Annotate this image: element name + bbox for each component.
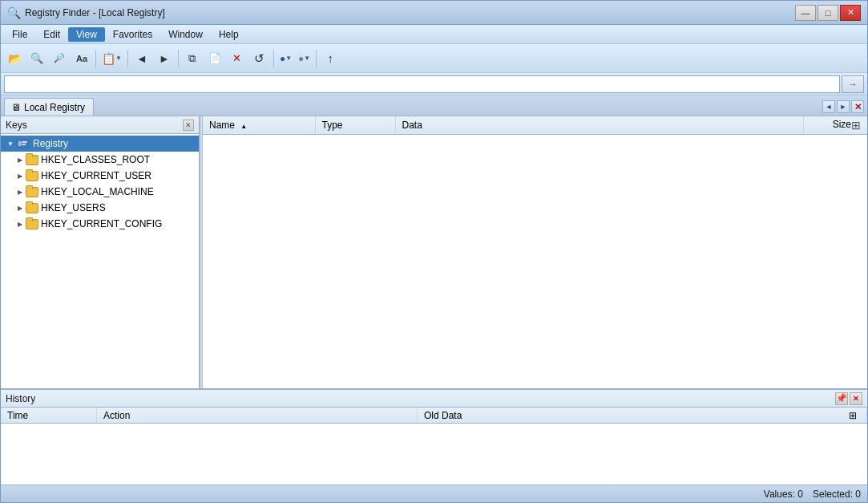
toolbar-copy-button[interactable]: ⧉ bbox=[182, 48, 203, 69]
history-header: History 📌 ✕ bbox=[1, 390, 867, 408]
toolbar-sep3 bbox=[178, 50, 179, 67]
keys-close-button[interactable]: ✕ bbox=[183, 120, 194, 131]
menu-favorites[interactable]: Favorites bbox=[105, 27, 160, 42]
tab-next-button[interactable]: ► bbox=[837, 100, 850, 113]
window-title: Registry Finder - [Local Registry] bbox=[25, 7, 165, 18]
close-button[interactable]: ✕ bbox=[840, 5, 861, 21]
hkcc-folder-icon bbox=[25, 218, 38, 229]
hkcr-label: HKEY_CLASSES_ROOT bbox=[41, 154, 150, 165]
tree-hkey-classes-root[interactable]: ▶ HKEY_CLASSES_ROOT bbox=[1, 152, 199, 168]
values-panel: Name ▲ Type Data Size bbox=[203, 116, 867, 388]
col-header-type[interactable]: Type bbox=[315, 116, 395, 135]
keys-header-label: Keys bbox=[6, 120, 27, 131]
col-name-label: Name bbox=[209, 120, 235, 131]
toolbar-back-button[interactable]: ◄ bbox=[131, 48, 152, 69]
history-col-olddata-label: Old Data bbox=[424, 410, 462, 421]
hku-folder-icon bbox=[25, 202, 38, 213]
values-data-table: Name ▲ Type Data Size bbox=[203, 116, 867, 135]
toolbar-up-button[interactable]: ↑ bbox=[320, 48, 341, 69]
address-bar: → bbox=[1, 73, 867, 95]
history-close-button[interactable]: ✕ bbox=[850, 392, 862, 405]
svg-rect-2 bbox=[22, 141, 27, 143]
svg-rect-1 bbox=[18, 141, 21, 146]
toolbar-paste-dropdown[interactable]: 📋 ▼ bbox=[99, 48, 124, 69]
address-go-button[interactable]: → bbox=[842, 75, 864, 93]
tree-hkey-users[interactable]: ▶ HKEY_USERS bbox=[1, 200, 199, 216]
selected-count: Selected: 0 bbox=[813, 489, 861, 500]
toolbar-delete-button[interactable]: ✕ bbox=[227, 48, 248, 69]
prev-circle-icon: ● bbox=[280, 53, 285, 64]
col-header-size[interactable]: Size ⊞ bbox=[803, 116, 867, 135]
values-count: Values: 0 bbox=[764, 489, 803, 500]
toolbar-zoomin-button[interactable]: 🔍 bbox=[26, 48, 47, 69]
history-columns: Time Action Old Data ⊞ bbox=[1, 408, 867, 424]
history-header-label: History bbox=[6, 393, 35, 404]
paste-icon: 📋 bbox=[102, 52, 115, 65]
menu-file[interactable]: File bbox=[4, 27, 35, 42]
menu-bar: File Edit View Favorites Window Help bbox=[1, 25, 867, 44]
toolbar-open-button[interactable]: 📂 bbox=[4, 48, 25, 69]
toolbar-paste-button[interactable]: 📄 bbox=[204, 48, 225, 69]
toolbar-forward-button[interactable]: ► bbox=[154, 48, 175, 69]
tab-icon: 🖥 bbox=[11, 102, 21, 113]
status-bar: Values: 0 Selected: 0 bbox=[1, 485, 867, 502]
title-bar: 🔍 Registry Finder - [Local Registry] — □… bbox=[1, 1, 867, 25]
prev-dropdown-arrow: ▼ bbox=[285, 55, 292, 62]
tab-prev-button[interactable]: ◄ bbox=[822, 100, 835, 113]
tab-close-button[interactable]: ✕ bbox=[851, 100, 864, 113]
hkcu-expander: ▶ bbox=[15, 171, 25, 181]
values-table: Name ▲ Type Data Size bbox=[203, 116, 867, 388]
tree-item-registry[interactable]: ▼ Registry bbox=[1, 136, 199, 152]
col-header-name[interactable]: Name ▲ bbox=[203, 116, 315, 135]
col-size-label: Size bbox=[833, 119, 851, 130]
menu-view[interactable]: View bbox=[68, 27, 105, 42]
toolbar: 📂 🔍 🔎 Aa 📋 ▼ ◄ ► ⧉ 📄 ✕ ↺ ● ▼ ● ▼ ↑ bbox=[1, 44, 867, 73]
menu-window[interactable]: Window bbox=[160, 27, 211, 42]
keys-panel: Keys ✕ ▼ bbox=[1, 116, 200, 388]
menu-edit[interactable]: Edit bbox=[35, 27, 68, 42]
columns-config-icon[interactable]: ⊞ bbox=[851, 119, 861, 132]
hklm-label: HKEY_LOCAL_MACHINE bbox=[41, 186, 154, 197]
col-name-sort-arrow: ▲ bbox=[240, 123, 247, 130]
title-bar-left: 🔍 Registry Finder - [Local Registry] bbox=[7, 6, 165, 19]
toolbar-next-dropdown[interactable]: ● ▼ bbox=[296, 48, 313, 69]
toolbar-prev-dropdown[interactable]: ● ▼ bbox=[277, 48, 294, 69]
hkcr-folder-icon bbox=[25, 154, 38, 165]
main-content: Keys ✕ ▼ bbox=[1, 116, 867, 485]
history-col-action: Action bbox=[97, 408, 418, 423]
window: 🔍 Registry Finder - [Local Registry] — □… bbox=[0, 0, 868, 503]
tab-nav: ◄ ► ✕ bbox=[822, 100, 864, 113]
history-col-olddata: Old Data ⊞ bbox=[418, 408, 867, 423]
toolbar-refresh-button[interactable]: ↺ bbox=[249, 48, 270, 69]
history-columns-config-icon[interactable]: ⊞ bbox=[849, 410, 857, 421]
col-type-label: Type bbox=[322, 120, 343, 131]
hklm-expander: ▶ bbox=[15, 187, 25, 197]
history-col-time: Time bbox=[1, 408, 97, 423]
history-header-buttons: 📌 ✕ bbox=[835, 392, 862, 405]
next-circle-icon: ● bbox=[298, 53, 304, 64]
toolbar-zoomout-button[interactable]: 🔎 bbox=[49, 48, 70, 69]
tree-hkey-current-user[interactable]: ▶ HKEY_CURRENT_USER bbox=[1, 168, 199, 184]
address-input[interactable] bbox=[4, 75, 840, 93]
hkcr-expander: ▶ bbox=[15, 155, 25, 164]
tab-label: Local Registry bbox=[24, 102, 85, 113]
col-data-label: Data bbox=[402, 120, 422, 131]
hklm-folder-icon bbox=[25, 186, 38, 197]
tree-hkey-local-machine[interactable]: ▶ HKEY_LOCAL_MACHINE bbox=[1, 184, 199, 200]
toolbar-font-button[interactable]: Aa bbox=[71, 48, 92, 69]
history-col-action-label: Action bbox=[103, 410, 130, 421]
maximize-button[interactable]: □ bbox=[818, 5, 838, 21]
menu-help[interactable]: Help bbox=[211, 27, 247, 42]
tree-hkey-current-config[interactable]: ▶ HKEY_CURRENT_CONFIG bbox=[1, 216, 199, 232]
registry-expander: ▼ bbox=[6, 139, 15, 148]
history-pin-button[interactable]: 📌 bbox=[835, 392, 848, 405]
minimize-button[interactable]: — bbox=[795, 5, 816, 21]
keys-tree: ▼ Registry bbox=[1, 134, 199, 388]
local-registry-tab[interactable]: 🖥 Local Registry bbox=[4, 98, 94, 116]
history-col-time-label: Time bbox=[7, 410, 28, 421]
col-header-data[interactable]: Data bbox=[395, 116, 803, 135]
history-panel: History 📌 ✕ Time Action Old Data ⊞ bbox=[1, 388, 867, 485]
history-table-area: Time Action Old Data ⊞ bbox=[1, 408, 867, 485]
paste-dropdown-arrow: ▼ bbox=[115, 55, 122, 62]
hku-label: HKEY_USERS bbox=[41, 202, 106, 213]
